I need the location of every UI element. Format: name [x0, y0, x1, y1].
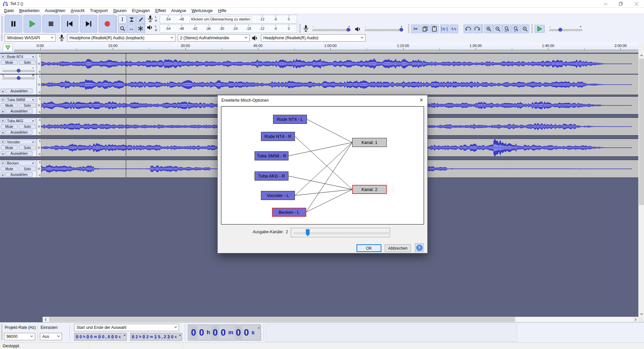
track-close-button[interactable]: ×: [1, 54, 5, 59]
track-close-button[interactable]: ×: [1, 140, 5, 144]
recording-meter-bars[interactable]: -54-48-12-60Klicken um Überwachung zu st…: [160, 15, 297, 23]
time-digit[interactable]: 0: [75, 334, 79, 340]
horizontal-scrollbar[interactable]: [43, 317, 638, 322]
pinned-play-head-toggle[interactable]: [3, 43, 13, 52]
source-box-tubasm58r[interactable]: Tuba SM58 - R: [255, 151, 288, 160]
zoom-in-button[interactable]: [484, 24, 493, 33]
time-digit[interactable]: 0: [198, 326, 205, 339]
time-digit[interactable]: 0: [111, 334, 114, 340]
time-digit[interactable]: 0: [98, 334, 101, 340]
envelope-tool-button[interactable]: [127, 15, 136, 24]
toolbar-gripper[interactable]: [1, 35, 3, 41]
time-digit[interactable]: 2: [146, 334, 149, 340]
vertical-scale-ruler[interactable]: 10--1: [37, 160, 41, 178]
solo-button[interactable]: Solo: [19, 103, 36, 108]
paste-button[interactable]: [430, 24, 439, 33]
close-button[interactable]: [629, 0, 644, 7]
audio-position-counter[interactable]: 00h00m00s▼: [188, 325, 261, 341]
channel-box-1[interactable]: Kanal: 1: [352, 138, 387, 147]
channel-box-2[interactable]: Kanal: 2: [352, 185, 387, 194]
time-digit[interactable]: 1: [154, 334, 157, 340]
time-digit[interactable]: 0: [171, 334, 174, 340]
select-button[interactable]: Auswählen: [6, 109, 33, 113]
mute-button[interactable]: Mute: [1, 60, 18, 65]
skip-to-end-button[interactable]: [80, 15, 97, 33]
record-button[interactable]: [99, 15, 116, 33]
draw-tool-button[interactable]: [136, 15, 145, 24]
selection-tool-button[interactable]: I: [118, 15, 127, 24]
playback-device-select[interactable]: Headphone (Realtek(R) Audio): [261, 34, 366, 42]
collapse-button[interactable]: ▲: [1, 89, 5, 93]
source-box-rodent4r[interactable]: Rode NT4 - R: [261, 132, 295, 141]
track-name-menu[interactable]: Tuba AKG▼: [6, 118, 36, 123]
time-digit[interactable]: 0: [102, 334, 105, 340]
select-button[interactable]: Auswählen: [6, 151, 33, 156]
track-control-panel[interactable]: ×Vocoder▼MuteSolo▲Auswählen: [0, 139, 37, 156]
vertical-scale-ruler[interactable]: 10--1: [37, 74, 41, 95]
playback-volume-slider-thumb[interactable]: [399, 28, 403, 32]
mute-button[interactable]: Mute: [1, 124, 18, 129]
track-close-button[interactable]: ×: [1, 118, 5, 123]
vertical-scrollbar[interactable]: [638, 53, 644, 317]
time-digit[interactable]: 0: [79, 334, 83, 340]
track-name-menu[interactable]: Vocoder▼: [6, 140, 36, 144]
solo-button[interactable]: Solo: [19, 60, 36, 65]
recording-device-select[interactable]: Headphone (Realtek(R) Audio) (loopback): [67, 34, 175, 42]
vertical-scale-ruler[interactable]: 10--1: [37, 118, 41, 135]
select-button[interactable]: Auswählen: [6, 89, 33, 93]
menu-erzeugen[interactable]: Erzeugen: [129, 8, 153, 14]
vertical-scale-ruler[interactable]: 10--1: [37, 97, 41, 114]
solo-button[interactable]: Solo: [19, 124, 36, 129]
scroll-up-icon[interactable]: [639, 53, 644, 58]
play-speed-slider-thumb[interactable]: [558, 28, 562, 32]
source-box-vocoderl[interactable]: Vocoder - L: [261, 191, 295, 200]
recording-volume-slider-thumb[interactable]: [346, 28, 350, 32]
multi-tool-button[interactable]: [136, 24, 145, 33]
time-digit[interactable]: 0: [90, 334, 93, 340]
mute-button[interactable]: Mute: [1, 103, 18, 108]
track-name-menu[interactable]: Becken▼: [6, 161, 36, 165]
scroll-down-icon[interactable]: [639, 311, 644, 317]
scroll-left-icon[interactable]: [43, 317, 48, 322]
vscroll-thumb[interactable]: [639, 59, 644, 205]
time-digit[interactable]: 0: [190, 326, 197, 339]
time-digit[interactable]: 2: [163, 334, 167, 340]
time-digit[interactable]: 0: [211, 326, 219, 339]
menu-werkzeuge[interactable]: Werkzeuge: [189, 8, 215, 14]
cancel-button[interactable]: Abbrechen: [385, 244, 411, 252]
mute-button[interactable]: Mute: [1, 145, 18, 150]
scroll-right-icon[interactable]: [633, 317, 638, 322]
menu-spuren[interactable]: Spuren: [110, 8, 129, 14]
zoom-toggle-button[interactable]: [521, 24, 529, 33]
pan-slider-thumb[interactable]: [17, 76, 20, 80]
vertical-scale-ruler[interactable]: 10--1: [37, 139, 41, 156]
copy-button[interactable]: [421, 24, 429, 33]
silence-audio-button[interactable]: [449, 24, 458, 33]
vertical-scale-ruler[interactable]: 10--1: [37, 54, 41, 74]
collapse-button[interactable]: ▲: [1, 130, 5, 135]
menu-datei[interactable]: Datei: [1, 8, 16, 14]
collapse-button[interactable]: ▲: [1, 109, 5, 113]
restore-button[interactable]: [613, 0, 629, 7]
undo-button[interactable]: [464, 24, 472, 33]
track-name-menu[interactable]: Tuba SM58▼: [6, 97, 36, 102]
ok-button[interactable]: OK: [357, 244, 381, 252]
select-button[interactable]: Auswählen: [6, 172, 33, 177]
collapse-button[interactable]: ▲: [1, 172, 5, 177]
mute-button[interactable]: Mute: [1, 166, 18, 171]
time-digit[interactable]: 2: [135, 334, 139, 340]
time-digit[interactable]: 0: [219, 326, 227, 339]
play-speed-slider[interactable]: [549, 29, 582, 31]
track-control-panel[interactable]: ×Becken▼MuteSolo▲Auswählen: [0, 160, 37, 178]
toolbar-gripper[interactable]: [1, 325, 3, 341]
time-digit[interactable]: 0: [115, 334, 118, 340]
menu-ansicht[interactable]: Ansicht: [68, 8, 87, 14]
zoom-out-button[interactable]: [493, 24, 502, 33]
zoom-to-selection-button[interactable]: [502, 24, 511, 33]
track-close-button[interactable]: ×: [1, 97, 5, 102]
audio-host-select[interactable]: Windows WASAPI: [5, 34, 56, 42]
hscroll-thumb[interactable]: [49, 317, 515, 322]
waveform-view[interactable]: [41, 74, 638, 95]
track-control-panel[interactable]: ×Tuba AKG▼MuteSolo▲Auswählen: [0, 118, 37, 135]
menu-analyse[interactable]: Analyse: [168, 8, 189, 14]
